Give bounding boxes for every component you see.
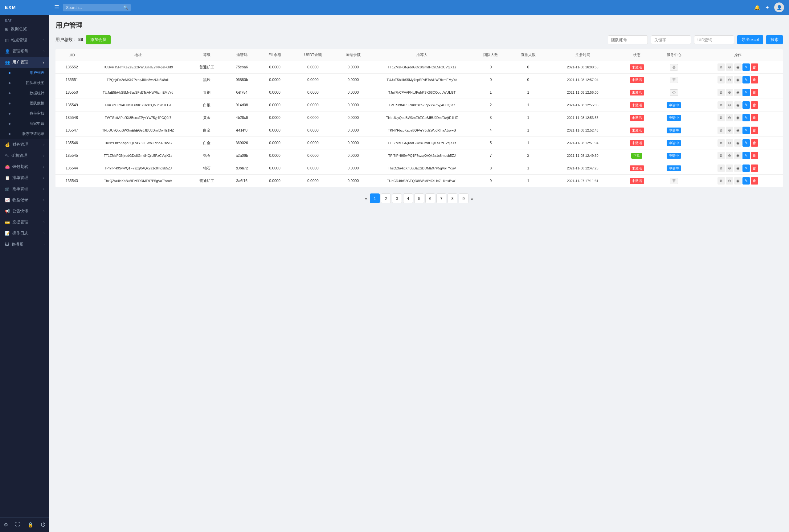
pagination-page-6[interactable]: 6 xyxy=(425,193,435,203)
view-button[interactable]: ◉ xyxy=(734,177,741,185)
copy-button[interactable]: ⧉ xyxy=(717,63,725,71)
team-code-input[interactable] xyxy=(608,35,648,44)
cell-frozen: 0.0000 xyxy=(334,149,372,162)
ban-button[interactable]: ⊘ xyxy=(726,139,733,147)
copy-button[interactable]: ⧉ xyxy=(717,152,725,159)
pagination-page-3[interactable]: 3 xyxy=(392,193,402,203)
edit-button[interactable]: ✎ xyxy=(743,63,750,71)
pagination-prev[interactable]: « xyxy=(364,195,369,202)
edit-button[interactable]: ✎ xyxy=(743,139,750,147)
copy-button[interactable]: ⧉ xyxy=(717,127,725,134)
ban-button[interactable]: ⊘ xyxy=(726,89,733,96)
sidebar-item-income-log[interactable]: 📈 收益记录 › xyxy=(0,194,49,206)
lock-icon[interactable]: 🔒 xyxy=(26,520,35,529)
ban-button[interactable]: ⊘ xyxy=(726,165,733,172)
edit-button[interactable]: ✎ xyxy=(743,152,750,159)
sidebar-item-team-tree[interactable]: 团队树状图 xyxy=(0,78,49,88)
sidebar-item-wallet-transfer[interactable]: 👛 钱包划转 › xyxy=(0,161,49,172)
view-button[interactable]: ◉ xyxy=(734,127,741,134)
sidebar-item-merchant-apply[interactable]: 商家申请 xyxy=(0,119,49,129)
delete-button[interactable]: 🗑 xyxy=(751,127,758,134)
copy-button[interactable]: ⧉ xyxy=(717,177,725,185)
sidebar-item-account-manage[interactable]: 👤 管理账号 › xyxy=(0,45,49,57)
edit-button[interactable]: ✎ xyxy=(743,177,750,185)
edit-button[interactable]: ✎ xyxy=(743,127,750,134)
sidebar-item-user-manage[interactable]: 👥 用户管理 ∨ xyxy=(0,57,49,68)
delete-button[interactable]: 🗑 xyxy=(751,177,758,185)
sidebar-item-site-manage[interactable]: ◫ 站点管理 › xyxy=(0,35,49,45)
cell-actions: ⧉ ⊘ ◉ ✎ 🗑 xyxy=(693,74,783,86)
ban-button[interactable]: ⊘ xyxy=(726,177,733,185)
sidebar-item-recharge-manage[interactable]: 💳 充提管理 › xyxy=(0,216,49,228)
view-button[interactable]: ◉ xyxy=(734,165,741,172)
pagination-page-7[interactable]: 7 xyxy=(436,193,446,203)
sidebar-item-operation-log[interactable]: 📝 操作日志 › xyxy=(0,228,49,239)
copy-button[interactable]: ⧉ xyxy=(717,101,725,109)
settings-icon[interactable]: ⚙ xyxy=(2,520,9,529)
pagination-page-8[interactable]: 8 xyxy=(448,193,457,203)
delete-button[interactable]: 🗑 xyxy=(751,101,758,109)
grid-icon[interactable]: ✦ xyxy=(765,5,769,11)
delete-button[interactable]: 🗑 xyxy=(751,63,758,71)
delete-button[interactable]: 🗑 xyxy=(751,165,758,172)
sidebar-item-team-data[interactable]: 团队数据 xyxy=(0,98,49,109)
copy-button[interactable]: ⧉ xyxy=(717,139,725,147)
ban-button[interactable]: ⊘ xyxy=(726,101,733,109)
pagination-page-4[interactable]: 4 xyxy=(403,193,413,203)
pagination-page-5[interactable]: 5 xyxy=(414,193,424,203)
pagination-page-9[interactable]: 9 xyxy=(458,193,468,203)
pagination-next[interactable]: » xyxy=(470,195,475,202)
sidebar-item-dashboard[interactable]: ⊞ 数据总览 xyxy=(0,23,49,35)
search-input[interactable] xyxy=(63,4,131,12)
sidebar-item-order-manage[interactable]: 📋 排单管理 › xyxy=(0,172,49,183)
sidebar-item-miner-manage[interactable]: ⛏ 矿机管理 › xyxy=(0,150,49,161)
add-member-button[interactable]: 添加会员 xyxy=(86,35,111,44)
copy-button[interactable]: ⧉ xyxy=(717,165,725,172)
sidebar-item-finance-manage[interactable]: 💰 财务管理 › xyxy=(0,139,49,150)
copy-button[interactable]: ⧉ xyxy=(717,89,725,96)
delete-button[interactable]: 🗑 xyxy=(751,139,758,147)
avatar[interactable]: 👤 xyxy=(774,2,784,12)
edit-button[interactable]: ✎ xyxy=(743,76,750,83)
export-button[interactable]: 导出excel xyxy=(737,35,763,44)
notification-icon[interactable]: 🔔 xyxy=(754,5,760,11)
edit-button[interactable]: ✎ xyxy=(743,89,750,96)
fullscreen-icon[interactable]: ⛶ xyxy=(14,520,21,529)
pagination-page-1[interactable]: 1 xyxy=(370,193,380,203)
menu-toggle-button[interactable]: ☰ xyxy=(54,4,59,11)
ban-button[interactable]: ⊘ xyxy=(726,152,733,159)
ban-button[interactable]: ⊘ xyxy=(726,127,733,134)
search-button[interactable]: 搜索 xyxy=(766,35,783,44)
view-button[interactable]: ◉ xyxy=(734,152,741,159)
view-button[interactable]: ◉ xyxy=(734,139,741,147)
keyword-input[interactable] xyxy=(651,35,691,44)
power-icon[interactable]: ⏻ xyxy=(39,520,47,529)
ban-button[interactable]: ⊘ xyxy=(726,114,733,121)
delete-button[interactable]: 🗑 xyxy=(751,152,758,159)
sidebar-item-data-stats[interactable]: 数据统计 xyxy=(0,88,49,98)
sidebar-item-grab-order[interactable]: 🛒 抢单管理 › xyxy=(0,183,49,194)
copy-button[interactable]: ⧉ xyxy=(717,114,725,121)
chevron-right-icon: › xyxy=(43,209,44,213)
ban-button[interactable]: ⊘ xyxy=(726,76,733,83)
sidebar-item-stock-apply[interactable]: 股东申请记录 xyxy=(0,129,49,139)
view-button[interactable]: ◉ xyxy=(734,76,741,83)
sidebar-item-id-verify[interactable]: 身份审核 xyxy=(0,109,49,119)
ban-button[interactable]: ⊘ xyxy=(726,63,733,71)
sidebar-item-user-list[interactable]: 用户列表 xyxy=(0,68,49,78)
delete-button[interactable]: 🗑 xyxy=(751,76,758,83)
view-button[interactable]: ◉ xyxy=(734,63,741,71)
sidebar-item-announcements[interactable]: 📢 公告快讯 › xyxy=(0,206,49,216)
view-button[interactable]: ◉ xyxy=(734,89,741,96)
sidebar-item-carousel[interactable]: 🖼 轮播图 › xyxy=(0,239,49,250)
delete-button[interactable]: 🗑 xyxy=(751,114,758,121)
copy-button[interactable]: ⧉ xyxy=(717,76,725,83)
view-button[interactable]: ◉ xyxy=(734,101,741,109)
edit-button[interactable]: ✎ xyxy=(743,101,750,109)
pagination-page-2[interactable]: 2 xyxy=(381,193,391,203)
uid-input[interactable] xyxy=(694,35,734,44)
edit-button[interactable]: ✎ xyxy=(743,165,750,172)
view-button[interactable]: ◉ xyxy=(734,114,741,121)
delete-button[interactable]: 🗑 xyxy=(751,89,758,96)
edit-button[interactable]: ✎ xyxy=(743,114,750,121)
